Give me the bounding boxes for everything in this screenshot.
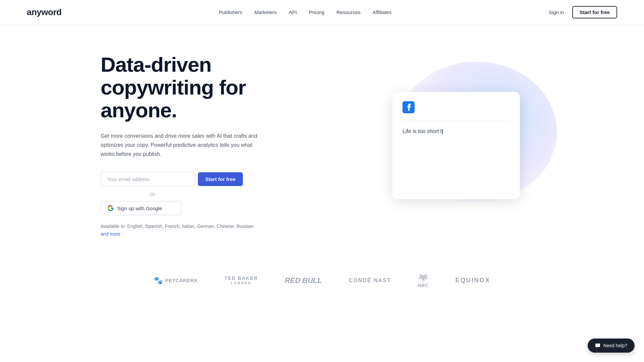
available-more-link[interactable]: and more xyxy=(101,231,120,237)
email-form: Start for free xyxy=(101,172,288,186)
brand-ted-baker: TED BAKER LONDON xyxy=(224,276,258,285)
card-divider xyxy=(402,120,510,120)
logo[interactable]: anyword xyxy=(27,7,61,17)
help-label: Need help? xyxy=(603,343,627,348)
svg-point-6 xyxy=(422,279,425,282)
nav-resources[interactable]: Resources xyxy=(336,9,361,15)
nav-start-free-button[interactable]: Start for free xyxy=(572,6,617,18)
paw-icon: 🐾 xyxy=(154,276,163,285)
google-icon xyxy=(108,205,114,211)
card-post-text: Life is too short l xyxy=(402,127,510,136)
hero-section: Data-driven copywriting for anyone. Get … xyxy=(0,25,644,259)
brands-section: 🐾 PetCareRx TED BAKER LONDON RedBull CON… xyxy=(0,259,644,308)
nav-pricing[interactable]: Pricing xyxy=(309,9,324,15)
available-languages: Available in: English, Spanish, French, … xyxy=(101,223,262,238)
start-free-button[interactable]: Start for free xyxy=(198,172,243,186)
nav-links: Publishers Marketers API Pricing Resourc… xyxy=(219,9,391,15)
hero-left: Data-driven copywriting for anyone. Get … xyxy=(101,53,288,238)
cursor-indicator xyxy=(442,129,443,134)
brand-redbull: RedBull xyxy=(285,276,322,285)
nbc-peacock-icon xyxy=(418,273,429,282)
nav-right: Sign in Start for free xyxy=(549,6,617,18)
facebook-post-card: Life is too short l xyxy=(392,92,520,199)
chat-icon xyxy=(595,343,600,348)
brand-equinox: EQUINOX xyxy=(455,277,490,284)
hero-description: Get more conversions and drive more sale… xyxy=(101,131,262,159)
navbar: anyword Publishers Marketers API Pricing… xyxy=(0,0,644,25)
signin-link[interactable]: Sign in xyxy=(549,9,564,15)
nav-marketers[interactable]: Marketers xyxy=(254,9,277,15)
nav-api[interactable]: API xyxy=(289,9,297,15)
help-button[interactable]: Need help? xyxy=(588,339,635,353)
facebook-icon xyxy=(402,101,415,113)
nav-affiliates[interactable]: Affiliates xyxy=(373,9,391,15)
brand-petcarerx: 🐾 PetCareRx xyxy=(154,276,198,285)
email-input[interactable] xyxy=(101,172,195,186)
google-signup-button[interactable]: Sign up with Google xyxy=(101,201,181,215)
nav-publishers[interactable]: Publishers xyxy=(219,9,242,15)
or-divider: Or xyxy=(101,192,205,197)
google-btn-label: Sign up with Google xyxy=(117,205,162,211)
hero-right: Life is too short l xyxy=(369,58,543,233)
brand-nbc: NBC xyxy=(418,273,429,288)
hero-title: Data-driven copywriting for anyone. xyxy=(101,53,288,122)
brand-conde-nast: CONDÉ NAST xyxy=(349,278,391,284)
